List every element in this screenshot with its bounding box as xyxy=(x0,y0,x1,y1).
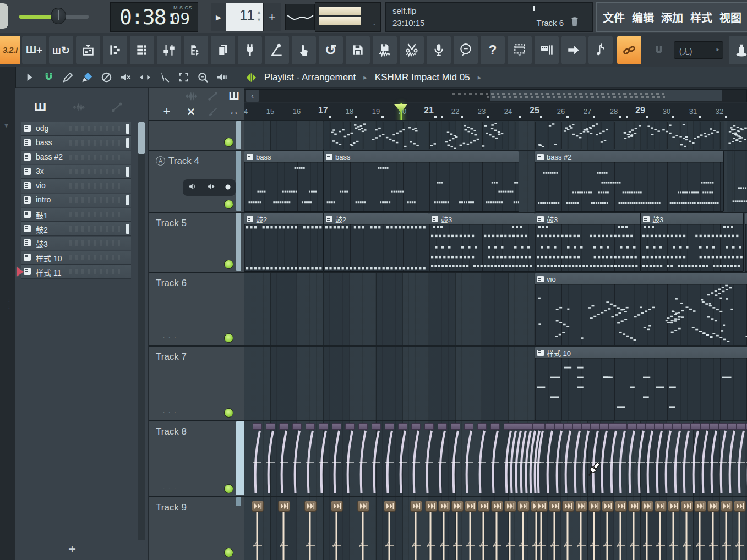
pattern-item[interactable]: 鼓3 xyxy=(21,237,131,250)
kick-clip[interactable] xyxy=(438,501,450,560)
track-lane[interactable] xyxy=(244,420,747,496)
kick-clip[interactable] xyxy=(331,501,343,560)
drag-handle-dots[interactable]: ····· xyxy=(6,298,12,310)
pattern-spinner[interactable]: ▲▼ xyxy=(257,8,261,24)
riser-clip[interactable] xyxy=(372,423,381,495)
riser-clip[interactable] xyxy=(618,423,627,495)
record-dot-icon[interactable] xyxy=(225,183,231,193)
kick-clip[interactable] xyxy=(384,501,396,560)
pattern-item[interactable]: 鼓2 xyxy=(21,222,131,236)
riser-clip[interactable] xyxy=(709,423,718,495)
volume-knob[interactable] xyxy=(51,8,66,24)
undo-button[interactable]: ↺ xyxy=(319,36,343,64)
breadcrumb-item[interactable]: KSHMR Impact Mid 05 xyxy=(375,72,470,83)
kick-clip[interactable] xyxy=(357,501,369,560)
save-button[interactable] xyxy=(346,36,370,64)
pattern-clip[interactable]: 鼓2 xyxy=(244,213,324,272)
meter-eye-icon[interactable]: ◔ xyxy=(372,20,376,29)
kick-clip[interactable] xyxy=(694,501,706,560)
pattern-clip[interactable]: bass xyxy=(244,151,324,212)
pattern-item[interactable]: intro xyxy=(21,194,131,207)
riser-clip[interactable] xyxy=(636,423,646,495)
riser-clip[interactable] xyxy=(292,423,302,495)
riser-clip[interactable] xyxy=(451,423,460,495)
playback-tool[interactable] xyxy=(216,71,228,84)
clip-header[interactable]: bass #2 xyxy=(535,151,723,163)
riser-clip[interactable] xyxy=(385,423,394,495)
playlist-minimap-scrollbar[interactable]: ‹ xyxy=(244,89,747,102)
riser-clip[interactable] xyxy=(627,423,636,495)
riser-clip[interactable] xyxy=(673,423,682,495)
riser-clip[interactable] xyxy=(645,423,655,495)
track-controls-popup[interactable] xyxy=(183,179,236,196)
grid-add-icon[interactable]: + xyxy=(160,105,174,119)
pattern-clip[interactable] xyxy=(535,121,724,150)
riser-clip[interactable] xyxy=(609,423,618,495)
track-mute-led[interactable] xyxy=(224,333,233,343)
riser-clip[interactable] xyxy=(700,423,710,495)
pan-tool[interactable] xyxy=(139,71,151,84)
select-tool[interactable] xyxy=(177,71,190,84)
riser-clip[interactable] xyxy=(411,423,421,495)
riser-clip[interactable] xyxy=(536,423,545,495)
playlist-grid[interactable]: ‹ 14151617181920212223242526272829303132… xyxy=(244,88,747,560)
track-mute-led[interactable] xyxy=(224,408,233,418)
pattern-clip[interactable]: 鼓2 xyxy=(323,213,429,272)
breadcrumb-view[interactable]: Playlist - Arrangement xyxy=(264,72,356,83)
riser-clip[interactable] xyxy=(737,423,746,495)
scrollbar-thumb[interactable] xyxy=(138,122,145,154)
step-blocks-button[interactable] xyxy=(103,36,127,64)
clip-header[interactable]: bass xyxy=(244,151,323,163)
add-pattern-button[interactable]: Ш+ xyxy=(22,36,46,64)
note-button[interactable] xyxy=(588,36,613,64)
pattern-item[interactable]: odg xyxy=(21,122,131,136)
mini-piano-icon[interactable]: Ш xyxy=(227,89,241,103)
pattern-clip[interactable] xyxy=(727,121,747,150)
track-name[interactable]: Track 9 xyxy=(156,502,187,513)
kick-clip[interactable] xyxy=(562,501,574,560)
bin-icon[interactable] xyxy=(569,15,580,29)
kick-clip[interactable] xyxy=(491,501,503,560)
track-header[interactable]: Track 9 xyxy=(149,496,245,560)
riser-clip[interactable] xyxy=(681,423,691,495)
kick-clip[interactable] xyxy=(602,501,614,560)
riser-clip[interactable] xyxy=(424,423,434,495)
clip-sliver[interactable] xyxy=(236,497,241,506)
riser-clip[interactable] xyxy=(306,423,315,495)
grid-stretch-icon[interactable]: ↔ xyxy=(227,105,241,119)
track-header[interactable] xyxy=(149,120,245,150)
kick-clip[interactable] xyxy=(707,501,719,560)
riser-clip[interactable] xyxy=(266,423,275,495)
riser-clip[interactable] xyxy=(655,423,664,495)
copy-button[interactable] xyxy=(211,36,235,64)
paint-brush-tool[interactable] xyxy=(81,71,94,84)
collapse-arrow-icon[interactable]: ▼ xyxy=(3,122,9,129)
clip-header[interactable]: 鼓3 xyxy=(429,213,535,225)
pattern-clip[interactable]: 鼓3 xyxy=(640,213,744,272)
chat-button[interactable] xyxy=(454,36,478,64)
routing-button[interactable] xyxy=(184,36,208,64)
kick-clip[interactable] xyxy=(465,501,477,560)
pattern-clip[interactable]: bass #2 xyxy=(535,151,724,212)
riser-clip[interactable] xyxy=(691,423,700,495)
kick-clip[interactable] xyxy=(655,501,667,560)
pattern-item[interactable]: vio xyxy=(21,179,131,193)
clip-header[interactable]: 鼓3 xyxy=(641,213,743,225)
riser-clip[interactable] xyxy=(477,423,487,495)
export-audio-button[interactable] xyxy=(373,36,397,64)
pattern-item[interactable]: bass xyxy=(21,136,131,150)
kick-clip[interactable] xyxy=(721,501,733,560)
menu-item-4[interactable]: 样式 xyxy=(690,9,712,25)
clip-header[interactable]: 鼓3 xyxy=(535,213,640,225)
pattern-picker-button[interactable] xyxy=(76,36,100,64)
pattern-clip[interactable]: 鼓3 xyxy=(745,213,747,272)
track-lane[interactable] xyxy=(244,120,747,150)
typing-keyboard-button[interactable] xyxy=(535,36,559,64)
riser-clip[interactable] xyxy=(490,423,500,495)
riser-clip[interactable] xyxy=(358,423,368,495)
clip-header[interactable]: 鼓2 xyxy=(324,213,429,225)
track-mute-led[interactable] xyxy=(224,138,233,147)
riser-clip[interactable] xyxy=(563,423,572,495)
kick-clip[interactable] xyxy=(641,501,653,560)
riser-clip[interactable] xyxy=(727,423,737,495)
